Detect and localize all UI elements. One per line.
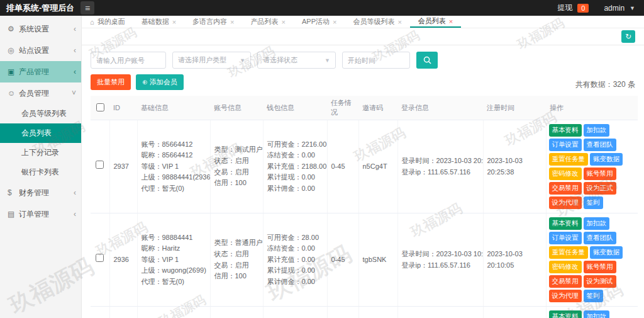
action-button-order-settings[interactable]: 订单设置 — [549, 232, 582, 244]
tab-product-list[interactable]: 产品列表 × — [243, 16, 294, 28]
chevron-left-icon: ‹ — [74, 46, 76, 55]
sidebar: ⚙ 系统设置 ‹ ◎ 站点设置 ‹ ▣ 产品管理 ‹ ☺ 会员管理 ˅ 会员等级… — [0, 16, 82, 318]
sidebar-item-member-list[interactable]: 会员列表 — [0, 123, 81, 143]
action-button-order-settings[interactable]: 订单设置 — [549, 139, 582, 151]
chevron-left-icon: ‹ — [74, 188, 76, 197]
gear-icon: ⚙ — [8, 25, 19, 33]
action-button-basic-info[interactable]: 基本资料 — [549, 310, 582, 318]
row-checkbox[interactable] — [96, 161, 104, 169]
plus-circle-icon: ⊕ — [142, 78, 150, 86]
sidebar-item-bank-card-list[interactable]: 银行卡列表 — [0, 162, 81, 182]
batch-disable-button[interactable]: 批量禁用 — [91, 74, 131, 90]
withdraw-label[interactable]: 提现 — [557, 3, 572, 13]
refresh-button[interactable]: ↻ — [621, 30, 635, 43]
home-icon: ⌂ — [90, 18, 94, 26]
sidebar-item-member-level-list[interactable]: 会员等级列表 — [0, 104, 81, 123]
action-button-sign-in[interactable]: 签到 — [584, 290, 603, 302]
close-icon[interactable]: × — [397, 18, 401, 26]
register-time-cell: 2023-10-03 20:10:05 — [483, 213, 546, 307]
action-button-disable-trade[interactable]: 交易禁用 — [549, 275, 582, 288]
task-status-cell: 45-45 — [327, 307, 358, 318]
orders-icon: ▤ — [8, 210, 19, 219]
action-button-account-changes[interactable]: 账变数据 — [590, 153, 623, 166]
member-list-page: 请选择用户类型 ▼ 请选择状态 ▼ 批量禁用 — [82, 45, 644, 318]
user-menu[interactable]: admin — [604, 4, 625, 13]
tab-desktop[interactable]: ⌂ 我的桌面 — [82, 16, 133, 28]
tab-app-activity[interactable]: APP活动 × — [294, 16, 345, 28]
status-select[interactable]: 请选择状态 ▼ — [257, 52, 336, 69]
col-invite-code: 邀请码 — [358, 96, 397, 120]
close-icon[interactable]: × — [449, 18, 453, 25]
col-actions: 操作 — [546, 96, 638, 120]
action-button-disable-trade[interactable]: 交易禁用 — [549, 182, 582, 195]
sidebar-item-product-management[interactable]: ▣ 产品管理 ‹ — [0, 61, 81, 82]
action-button-view-team[interactable]: 查看团队 — [584, 139, 616, 151]
sidebar-item-site-settings[interactable]: ◎ 站点设置 ‹ — [0, 40, 81, 61]
close-icon[interactable]: × — [230, 18, 234, 26]
col-account-info: 账号信息 — [210, 96, 263, 120]
sidebar-item-order-management[interactable]: ▤ 订单管理 ‹ — [0, 203, 81, 225]
menu-toggle-button[interactable]: ≡ — [80, 1, 94, 14]
chevron-left-icon: ‹ — [74, 67, 76, 76]
table-action-row: 批量禁用 ⊕ 添加会员 共有数据：320 条 — [91, 74, 635, 90]
sidebar-item-updown-records[interactable]: 上下分记录 — [0, 143, 81, 162]
tab-member-level-list[interactable]: 会员等级列表 × — [345, 16, 409, 28]
basic-info-cell: 账号：98884441 昵称：Haritz 等级：VIP 1 上级：wugong… — [137, 213, 210, 307]
action-button-change-password[interactable]: 密码修改 — [549, 168, 582, 180]
account-info-cell: 类型：测试用户 状态：启用 交易：启用 信用：100 — [210, 307, 263, 318]
action-button-set-test[interactable]: 设为测试 — [584, 275, 616, 288]
action-button-reset-tasks[interactable]: 重置任务量 — [549, 246, 589, 259]
action-button-add-deduct[interactable]: 加扣款 — [584, 124, 610, 137]
search-button[interactable] — [416, 52, 438, 69]
withdraw-count-badge: 0 — [577, 4, 589, 13]
chevron-down-icon: ▼ — [630, 5, 635, 11]
close-icon[interactable]: × — [282, 18, 286, 26]
action-button-disable-account[interactable]: 账号禁用 — [584, 261, 616, 273]
start-time-input[interactable] — [342, 52, 410, 69]
tabbar: ⌂ 我的桌面 基础数据 × 多语言内容 × 产品列表 × APP活动 × 会员等… — [82, 16, 644, 28]
col-basic-info: 基础信息 — [137, 96, 210, 120]
app-title: 排单系统-管理后台 — [0, 3, 77, 14]
member-table: ID 基础信息 账号信息 钱包信息 任务情况 邀请码 登录信息 注册时间 操作 … — [91, 96, 638, 318]
task-status-cell: 0-45 — [327, 213, 358, 307]
table-row: 2937 账号：85664412 昵称：85664412 等级：VIP 1 上级… — [91, 120, 638, 213]
invite-code-cell: n5Cg4T — [358, 120, 397, 213]
tab-basic-data[interactable]: 基础数据 × — [133, 16, 184, 28]
login-info-cell: 登录时间：2023-10-03 20:42 登录ip：111.65.57.116 — [397, 120, 483, 213]
table-row: 2936 账号：98884441 昵称：Haritz 等级：VIP 1 上级：w… — [91, 213, 638, 307]
action-button-change-password[interactable]: 密码修改 — [549, 261, 582, 273]
action-button-set-official[interactable]: 设为正式 — [584, 182, 616, 195]
sidebar-item-member-management[interactable]: ☺ 会员管理 ˅ — [0, 82, 81, 104]
account-search-input[interactable] — [91, 52, 166, 69]
select-all-checkbox[interactable] — [96, 103, 104, 111]
add-member-button[interactable]: ⊕ 添加会员 — [136, 74, 184, 90]
row-checkbox[interactable] — [96, 254, 104, 262]
sidebar-item-system-settings[interactable]: ⚙ 系统设置 ‹ — [0, 18, 81, 40]
register-time-cell: 2023-10-03 20:08:02 — [483, 307, 546, 318]
product-box-icon: ▣ — [8, 67, 19, 76]
action-button-sign-in[interactable]: 签到 — [584, 196, 603, 209]
account-info-cell: 类型：普通用户 状态：启用 交易：启用 信用：100 — [210, 213, 263, 307]
action-button-reset-tasks[interactable]: 重置任务量 — [549, 153, 589, 166]
action-button-set-agent[interactable]: 设为代理 — [549, 290, 582, 302]
action-button-add-deduct[interactable]: 加扣款 — [584, 310, 610, 318]
action-button-view-team[interactable]: 查看团队 — [584, 232, 616, 244]
invite-code-cell: tgbSNK — [358, 213, 397, 307]
sidebar-item-finance-management[interactable]: $ 财务管理 ‹ — [0, 182, 81, 203]
topbar: 排单系统-管理后台 ≡ 提现 0 admin ▼ — [0, 0, 644, 16]
user-type-select[interactable]: 请选择用户类型 ▼ — [172, 52, 251, 69]
member-id: 2936 — [109, 213, 137, 307]
action-button-add-deduct[interactable]: 加扣款 — [584, 217, 610, 230]
close-icon[interactable]: × — [333, 18, 336, 26]
action-button-account-changes[interactable]: 账变数据 — [590, 246, 623, 259]
close-icon[interactable]: × — [172, 18, 176, 26]
basic-info-cell: 账号：85664412 昵称：85664412 等级：VIP 1 上级：9888… — [137, 120, 210, 213]
member-id: 2935 — [109, 307, 137, 318]
tab-member-list[interactable]: 会员列表 × — [410, 16, 461, 28]
action-button-basic-info[interactable]: 基本资料 — [549, 124, 582, 137]
tab-multilanguage[interactable]: 多语言内容 × — [184, 16, 242, 28]
action-button-basic-info[interactable]: 基本资料 — [549, 217, 582, 230]
col-wallet-info: 钱包信息 — [263, 96, 327, 120]
action-button-disable-account[interactable]: 账号禁用 — [584, 168, 616, 180]
action-button-set-agent[interactable]: 设为代理 — [549, 196, 582, 209]
